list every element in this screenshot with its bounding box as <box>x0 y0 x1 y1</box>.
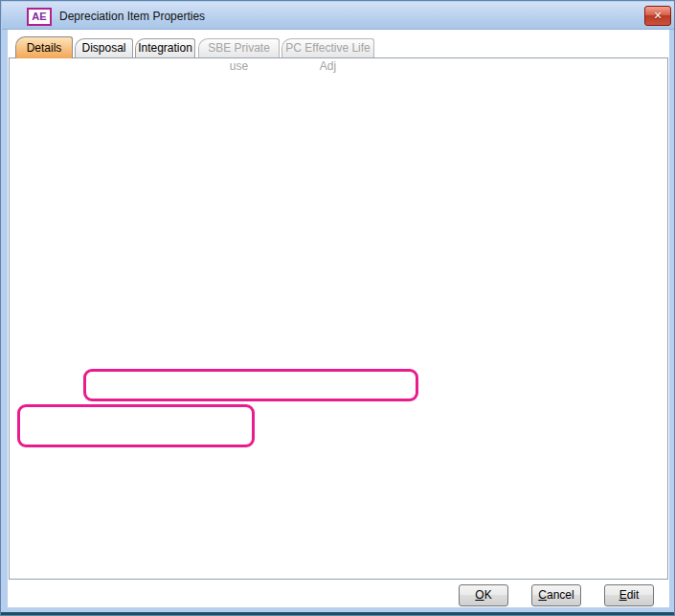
tab-integration[interactable]: Integration <box>135 38 195 57</box>
tab-pc-effective-life-adj: PC Effective Life Adj <box>281 38 374 57</box>
details-tab-panel <box>9 57 668 580</box>
close-button[interactable]: ✕ <box>644 6 671 26</box>
tab-disposal[interactable]: Disposal <box>75 38 133 57</box>
tab-details[interactable]: Details <box>15 36 73 58</box>
title-bar[interactable]: AE Depreciation Item Properties ✕ <box>2 2 675 30</box>
tab-sbe-private-use: SBE Private use <box>198 38 280 57</box>
window-title: Depreciation Item Properties <box>59 10 205 23</box>
window-bottom-edge <box>1 612 675 615</box>
depreciation-item-properties-dialog: AE Depreciation Item Properties ✕ Detail… <box>0 0 675 616</box>
close-icon: ✕ <box>653 10 662 21</box>
edit-button[interactable]: Edit <box>604 584 654 606</box>
ae-app-icon: AE <box>27 8 52 26</box>
ok-button[interactable]: OK <box>459 584 508 606</box>
cancel-button[interactable]: Cancel <box>531 584 581 606</box>
